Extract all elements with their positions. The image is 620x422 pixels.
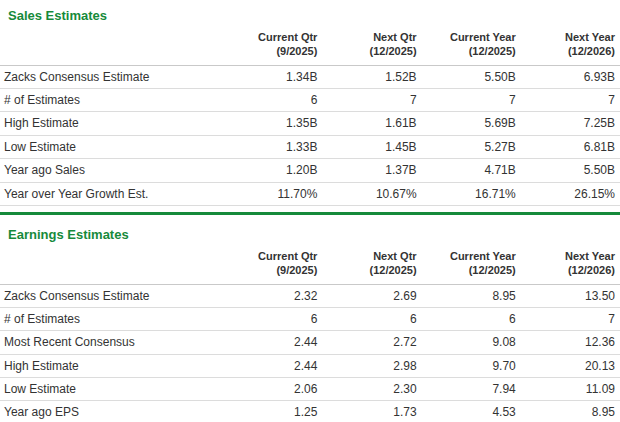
table-row: Year ago Sales 1.20B 1.37B 4.71B 5.50B — [0, 159, 620, 182]
cell-value: 1.20B — [223, 159, 322, 182]
column-header-line2: (12/2026) — [525, 263, 615, 277]
cell-value: 2.69 — [322, 284, 421, 307]
row-label: Year over Year Growth Est. — [0, 182, 223, 205]
row-label: Year ago Sales — [0, 159, 223, 182]
table-row: Year over Year Growth Est. 11.70% 10.67%… — [0, 182, 620, 205]
cell-value: 1.73 — [322, 401, 421, 422]
cell-value: 1.34B — [223, 65, 322, 88]
sales-estimates-table: Current Qtr (9/2025) Next Qtr (12/2025) … — [0, 29, 620, 206]
cell-value: 9.70 — [422, 354, 521, 377]
column-header-line2: (12/2025) — [426, 44, 516, 58]
cell-value: 8.95 — [422, 284, 521, 307]
column-header-line1: Current Year — [426, 30, 516, 44]
column-header-line2: (12/2025) — [326, 263, 416, 277]
cell-value: 20.13 — [521, 354, 620, 377]
column-header-next-qtr: Next Qtr (12/2025) — [322, 248, 421, 284]
column-header-line2: (12/2026) — [525, 44, 615, 58]
cell-value: 1.35B — [223, 112, 322, 135]
cell-value: 1.37B — [322, 159, 421, 182]
cell-value: 8.95 — [521, 401, 620, 422]
cell-value: 1.25 — [223, 401, 322, 422]
cell-value: 2.98 — [322, 354, 421, 377]
column-header-line1: Next Year — [525, 30, 615, 44]
cell-value: 7 — [521, 88, 620, 111]
earnings-header-row: Current Qtr (9/2025) Next Qtr (12/2025) … — [0, 248, 620, 284]
cell-value: 6 — [422, 307, 521, 330]
cell-value: 2.30 — [322, 378, 421, 401]
row-label: Year ago EPS — [0, 401, 223, 422]
cell-value: 1.33B — [223, 135, 322, 158]
cell-value: 2.06 — [223, 378, 322, 401]
cell-value: 16.71% — [422, 182, 521, 205]
empty-corner-cell — [0, 248, 223, 284]
row-label: High Estimate — [0, 354, 223, 377]
cell-value: 13.50 — [521, 284, 620, 307]
row-label: High Estimate — [0, 112, 223, 135]
table-row: Zacks Consensus Estimate 2.32 2.69 8.95 … — [0, 284, 620, 307]
column-header-line2: (12/2025) — [326, 44, 416, 58]
cell-value: 2.32 — [223, 284, 322, 307]
column-header-next-year: Next Year (12/2026) — [521, 248, 620, 284]
cell-value: 7.94 — [422, 378, 521, 401]
cell-value: 11.70% — [223, 182, 322, 205]
cell-value: 11.09 — [521, 378, 620, 401]
column-header-line1: Next Qtr — [326, 30, 416, 44]
cell-value: 7 — [422, 88, 521, 111]
row-label: # of Estimates — [0, 88, 223, 111]
cell-value: 7.25B — [521, 112, 620, 135]
cell-value: 10.67% — [322, 182, 421, 205]
cell-value: 6.93B — [521, 65, 620, 88]
column-header-next-year: Next Year (12/2026) — [521, 29, 620, 65]
earnings-section-title: Earnings Estimates — [0, 215, 620, 248]
row-label: Low Estimate — [0, 378, 223, 401]
cell-value: 12.36 — [521, 331, 620, 354]
cell-value: 1.45B — [322, 135, 421, 158]
cell-value: 1.52B — [322, 65, 421, 88]
column-header-line1: Next Year — [525, 249, 615, 263]
table-row: High Estimate 1.35B 1.61B 5.69B 7.25B — [0, 112, 620, 135]
cell-value: 6.81B — [521, 135, 620, 158]
column-header-line2: (9/2025) — [227, 44, 317, 58]
column-header-line1: Current Qtr — [227, 249, 317, 263]
cell-value: 6 — [223, 307, 322, 330]
row-label: # of Estimates — [0, 307, 223, 330]
cell-value: 9.08 — [422, 331, 521, 354]
cell-value: 5.69B — [422, 112, 521, 135]
column-header-current-year: Current Year (12/2025) — [422, 248, 521, 284]
table-row: Year ago EPS 1.25 1.73 4.53 8.95 — [0, 401, 620, 422]
cell-value: 2.44 — [223, 331, 322, 354]
column-header-current-qtr: Current Qtr (9/2025) — [223, 248, 322, 284]
cell-value: 5.27B — [422, 135, 521, 158]
table-row: High Estimate 2.44 2.98 9.70 20.13 — [0, 354, 620, 377]
cell-value: 2.44 — [223, 354, 322, 377]
cell-value: 5.50B — [422, 65, 521, 88]
column-header-line1: Next Qtr — [326, 249, 416, 263]
row-label: Zacks Consensus Estimate — [0, 65, 223, 88]
cell-value: 5.50B — [521, 159, 620, 182]
sales-estimates-section: Sales Estimates Current Qtr (9/2025) Nex… — [0, 0, 620, 206]
row-label: Low Estimate — [0, 135, 223, 158]
table-row: Most Recent Consensus 2.44 2.72 9.08 12.… — [0, 331, 620, 354]
cell-value: 2.72 — [322, 331, 421, 354]
table-row: Low Estimate 2.06 2.30 7.94 11.09 — [0, 378, 620, 401]
column-header-line1: Current Year — [426, 249, 516, 263]
cell-value: 6 — [223, 88, 322, 111]
column-header-line2: (12/2025) — [426, 263, 516, 277]
earnings-estimates-table: Current Qtr (9/2025) Next Qtr (12/2025) … — [0, 248, 620, 422]
sales-section-title: Sales Estimates — [0, 0, 620, 29]
table-row: # of Estimates 6 7 7 7 — [0, 88, 620, 111]
cell-value: 7 — [521, 307, 620, 330]
cell-value: 4.53 — [422, 401, 521, 422]
row-label: Most Recent Consensus — [0, 331, 223, 354]
empty-corner-cell — [0, 29, 223, 65]
cell-value: 6 — [322, 307, 421, 330]
cell-value: 26.15% — [521, 182, 620, 205]
column-header-line2: (9/2025) — [227, 263, 317, 277]
column-header-current-qtr: Current Qtr (9/2025) — [223, 29, 322, 65]
column-header-line1: Current Qtr — [227, 30, 317, 44]
cell-value: 1.61B — [322, 112, 421, 135]
cell-value: 7 — [322, 88, 421, 111]
table-row: Low Estimate 1.33B 1.45B 5.27B 6.81B — [0, 135, 620, 158]
column-header-next-qtr: Next Qtr (12/2025) — [322, 29, 421, 65]
cell-value: 4.71B — [422, 159, 521, 182]
